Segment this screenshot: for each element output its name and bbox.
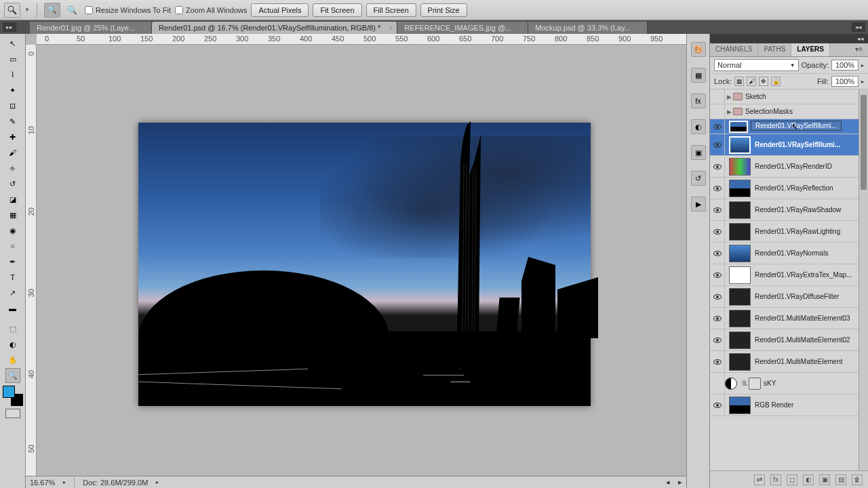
zoom-all-checkbox[interactable]: Zoom All Windows — [175, 6, 247, 14]
lasso-tool[interactable]: ⌇ — [5, 67, 20, 82]
blur-tool[interactable]: ◉ — [5, 223, 20, 238]
doc-tab-0[interactable]: Render01.jpg @ 25% (Laye...× — [30, 22, 152, 34]
layer-thumbnail[interactable] — [729, 310, 751, 327]
layer-thumbnail[interactable] — [729, 180, 751, 197]
delete-layer-icon[interactable]: 🗑 — [852, 474, 863, 485]
zoom-out-icon[interactable]: 🔍 — [64, 3, 81, 18]
healing-tool[interactable]: ✚ — [5, 129, 20, 144]
layer-thumbnail[interactable] — [729, 121, 748, 133]
link-layers-icon[interactable]: ⇄ — [754, 474, 765, 485]
visibility-toggle[interactable] — [710, 264, 725, 285]
layer-row[interactable]: RGB Render — [710, 394, 868, 416]
layer-row[interactable]: Render01.VRayDiffuseFilter — [710, 286, 868, 308]
foreground-color[interactable] — [3, 386, 15, 398]
lock-pixels-icon[interactable]: 🖌 — [747, 77, 756, 86]
history-panel-icon[interactable]: ↺ — [691, 171, 706, 186]
layer-name[interactable]: Render01.VRayRenderID — [755, 163, 868, 170]
tab-channels[interactable]: CHANNELS — [710, 43, 758, 56]
close-icon[interactable]: × — [519, 24, 524, 32]
canvas-viewport[interactable] — [37, 45, 686, 476]
tab-paths[interactable]: PATHS — [758, 43, 791, 56]
opacity-flyout-icon[interactable]: ▸ — [861, 62, 864, 68]
layer-row[interactable]: Render01.VRaySelfIllumi... — [710, 134, 868, 156]
shape-tool[interactable]: ▬ — [5, 301, 20, 316]
fill-input[interactable]: 100% — [831, 76, 859, 87]
layer-row[interactable]: ▶SelectionMasks — [710, 104, 868, 119]
lock-position-icon[interactable]: ✥ — [759, 77, 768, 86]
visibility-toggle[interactable] — [710, 329, 725, 350]
visibility-toggle[interactable] — [710, 178, 725, 199]
print-size-button[interactable]: Print Size — [420, 3, 467, 17]
visibility-toggle[interactable] — [710, 199, 725, 220]
blend-mode-select[interactable]: Normal▼ — [714, 59, 799, 71]
visibility-toggle[interactable] — [710, 134, 725, 155]
visibility-toggle[interactable] — [710, 286, 725, 307]
panel-menu-icon[interactable]: ▾≡ — [850, 43, 868, 56]
adjustment-layer-icon[interactable]: ◐ — [803, 474, 814, 485]
layer-name[interactable]: Render01.VRaySelfIllumi... — [755, 141, 868, 148]
layer-name[interactable]: Render01.MultiMatteElement02 — [755, 336, 868, 344]
layer-row[interactable]: Render01.MultiMatteElement03 — [710, 308, 868, 329]
tab-expand-right-icon[interactable]: ◂◂ — [852, 22, 865, 32]
scroll-left-icon[interactable]: ◂ — [666, 478, 670, 487]
styles-panel-icon[interactable]: fx — [691, 94, 706, 108]
ruler-vertical[interactable]: 01020304050 — [26, 45, 37, 476]
layers-list[interactable]: ▶Sketch▶SelectionMasksRenderPas...Render… — [710, 89, 868, 470]
3d-camera-tool[interactable]: ◐ — [5, 337, 20, 352]
layer-thumbnail[interactable] — [729, 201, 751, 219]
eraser-tool[interactable]: ◪ — [5, 192, 20, 207]
layer-row[interactable]: ▶Sketch — [710, 89, 868, 104]
adjustments-panel-icon[interactable]: ◐ — [691, 119, 706, 134]
layer-row[interactable]: ⻤sKY — [710, 373, 868, 394]
layer-thumbnail[interactable] — [729, 331, 751, 349]
layer-thumbnail[interactable] — [729, 266, 751, 284]
actual-pixels-button[interactable]: Actual Pixels — [251, 3, 309, 17]
tab-expand-left-icon[interactable]: ▸▸ — [3, 22, 16, 32]
layer-row[interactable]: Render01.MultiMatteElement — [710, 351, 868, 373]
zoom-tool-icon[interactable] — [4, 3, 20, 18]
layer-name[interactable]: Render01.VRayExtraTex_Map... — [755, 271, 868, 279]
close-icon[interactable]: × — [389, 24, 393, 32]
layer-row[interactable]: Render01.VRayNormals — [710, 243, 868, 264]
visibility-toggle[interactable] — [710, 394, 725, 415]
visibility-toggle[interactable] — [710, 308, 725, 329]
new-layer-icon[interactable]: ▤ — [835, 474, 846, 485]
visibility-toggle[interactable] — [710, 89, 725, 104]
layer-row[interactable]: Render01.VRayExtraTex_Map... — [710, 264, 868, 286]
zoom-in-icon[interactable]: 🔍 — [44, 3, 60, 18]
layer-row[interactable]: Render01.VRayRenderID — [710, 156, 868, 178]
3d-tool[interactable]: ⬚ — [5, 321, 20, 336]
close-icon[interactable]: × — [143, 24, 147, 32]
layer-row[interactable]: Render01.VRayRawShadow — [710, 199, 868, 221]
layer-thumbnail[interactable] — [729, 288, 751, 306]
type-tool[interactable]: T — [5, 270, 20, 285]
ruler-horizontal[interactable]: 0501001502002503003504004505005506006507… — [37, 34, 686, 45]
scroll-right-icon[interactable]: ▸ — [678, 478, 682, 487]
zoom-level[interactable]: 16.67% — [30, 479, 55, 487]
move-tool[interactable]: ↖ — [5, 36, 20, 51]
crop-tool[interactable]: ⊡ — [5, 98, 20, 113]
actions-panel-icon[interactable]: ▶ — [691, 197, 706, 211]
fit-screen-button[interactable]: Fit Screen — [313, 3, 361, 17]
layer-thumbnail[interactable] — [729, 223, 751, 241]
zoom-menu-icon[interactable]: ▸ — [63, 479, 66, 485]
visibility-toggle[interactable] — [710, 119, 725, 134]
layer-row[interactable]: Render01.MultiMatteElement02 — [710, 329, 868, 351]
opacity-input[interactable]: 100% — [831, 60, 859, 70]
panel-collapse-icon[interactable]: ◂◂ — [710, 34, 868, 43]
masks-panel-icon[interactable]: ▣ — [691, 145, 706, 160]
swatches-panel-icon[interactable]: ▦ — [691, 68, 706, 83]
layer-mask-thumbnail[interactable] — [749, 378, 761, 390]
layer-name[interactable]: Render01.MultiMatteElement — [755, 358, 868, 365]
visibility-toggle[interactable] — [710, 221, 725, 242]
layer-name[interactable]: sKY — [764, 380, 868, 387]
pen-tool[interactable]: ✒ — [5, 254, 20, 269]
disclosure-icon[interactable]: ▶ — [725, 108, 733, 115]
layer-name[interactable]: Render01.VRayReflection — [755, 184, 868, 192]
visibility-toggle[interactable] — [710, 351, 725, 372]
close-icon[interactable]: × — [639, 24, 643, 32]
disclosure-icon[interactable]: ▶ — [725, 94, 733, 100]
quick-mask-toggle[interactable] — [5, 409, 20, 418]
brush-tool[interactable]: 🖌 — [5, 145, 20, 160]
marquee-tool[interactable]: ▭ — [5, 52, 20, 66]
